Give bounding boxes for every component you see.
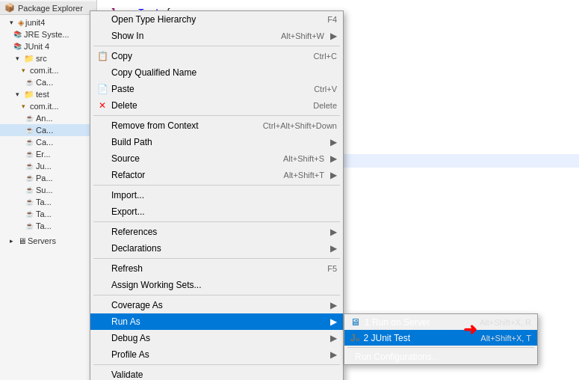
tree-item-com2[interactable]: ▾ com.it... [0,100,96,112]
servers-expand: ▸ [6,236,16,246]
menu-import[interactable]: Import... [90,187,343,203]
tree-item-ta3[interactable]: ☕ Ta... [0,220,96,232]
junit-icon: Jᵤ [350,332,359,343]
java-ta3-icon: ☕ [24,221,34,231]
submenu-run-on-server[interactable]: 🖥 1 Run on Server Alt+Shift+X, R [344,314,537,330]
tree-item-jre[interactable]: 📚 JRE Syste... [0,28,96,40]
menu-source[interactable]: Source Alt+Shift+S ▶ [90,150,343,167]
coverage-arrow: ▶ [330,300,337,310]
menu-remove-context[interactable]: Remove from Context Ctrl+Alt+Shift+Down [90,117,343,134]
copy-q-icon [96,67,108,79]
java-ta1-icon: ☕ [24,197,34,207]
tree-item-test[interactable]: ▾ 📁 test [0,88,96,100]
menu-export[interactable]: Export... [90,203,343,220]
menu-build-path[interactable]: Build Path ▶ [90,134,343,150]
test-folder-expand: ▾ [12,89,22,99]
lib-icon: 📚 [12,29,22,40]
tree-item-com1[interactable]: ▾ com.it... [0,64,96,76]
show-in-icon [96,30,108,42]
debug-as-icon [96,332,108,344]
menu-profile-as[interactable]: Profile As ▶ [90,346,343,363]
test-folder-icon: 📁 [24,90,34,99]
refactor-arrow: ▶ [330,170,337,180]
tree-item-junit4[interactable]: ▾ ◈ junit4 [0,16,96,28]
hierarchy-icon [96,13,108,25]
menu-references[interactable]: References ▶ [90,224,343,240]
menu-paste[interactable]: 📄 Paste Ctrl+V [90,81,343,97]
source-arrow: ▶ [330,153,337,164]
refresh-icon [96,263,108,275]
menu-debug-as[interactable]: Debug As ▶ [90,330,343,346]
menu-validate[interactable]: Validate [90,367,343,380]
references-arrow: ▶ [330,227,337,237]
menu-declarations[interactable]: Declarations ▶ [90,240,343,257]
separator-5 [93,258,340,259]
tree-item-ta2[interactable]: ☕ Ta... [0,208,96,220]
validate-icon [96,369,108,380]
expand-icon: ▾ [6,17,16,28]
menu-copy-qualified[interactable]: Copy Qualified Name [90,64,343,81]
server-icon: 🖥 [350,316,360,328]
debug-arrow: ▶ [330,333,337,343]
src-folder-icon: 📁 [24,54,34,64]
run-as-submenu: 🖥 1 Run on Server Alt+Shift+X, R Jᵤ 2 JU… [344,313,538,365]
menu-coverage-as[interactable]: Coverage As ▶ [90,297,343,313]
copy-icon: 📋 [96,50,108,62]
submenu-junit-test[interactable]: Jᵤ 2 JUnit Test Alt+Shift+X, T [344,330,537,346]
tree-item-ca2[interactable]: ☕ Ca... [0,136,96,148]
declarations-arrow: ▶ [330,243,337,254]
tree-item-an[interactable]: ☕ An... [0,112,96,124]
context-menu: Open Type Hierarchy F4 Show In Alt+Shift… [90,10,344,380]
menu-show-in[interactable]: Show In Alt+Shift+W ▶ [90,28,343,44]
separator-4 [93,221,340,222]
servers-icon: 🖥 [18,236,26,245]
separator-3 [93,185,340,186]
separator-1 [93,46,340,46]
build-path-icon [96,136,108,148]
java-su-icon: ☕ [24,185,34,195]
separator-6 [93,295,340,295]
working-sets-icon [96,279,108,291]
tree-item-pa[interactable]: ☕ Pa... [0,172,96,184]
package-explorer-panel: 📦 Package Explorer ▾ ◈ junit4 📚 JRE Syst… [0,0,97,380]
folder-icon: ▾ [12,53,22,64]
menu-refresh[interactable]: Refresh F5 [90,260,343,277]
tree-item-ca1[interactable]: ☕ Ca... [0,76,96,88]
submenu-run-configurations[interactable]: Run Configurations... [344,349,537,364]
separator-7 [93,364,340,365]
build-path-arrow: ▶ [330,137,337,147]
tree-item-junit4-lib[interactable]: 📚 JUnit 4 [0,40,96,52]
menu-run-as[interactable]: Run As ▶ 🖥 1 Run on Server Alt+Shift+X, … [90,313,343,330]
panel-title: 📦 Package Explorer [0,1,96,15]
tree-item-su[interactable]: ☕ Su... [0,184,96,196]
export-icon [96,206,108,218]
project-icon: ◈ [18,18,24,28]
references-icon [96,226,108,238]
refactor-icon [96,169,108,181]
tree-item-er[interactable]: ☕ Er... [0,148,96,160]
java-ju-icon: ☕ [24,161,34,171]
profile-arrow: ▶ [330,349,337,360]
coverage-icon [96,299,108,311]
delete-icon: ✕ [96,99,108,111]
menu-refactor[interactable]: Refactor Alt+Shift+T ▶ [90,167,343,183]
submenu-arrow: ▶ [330,31,337,41]
source-icon [96,153,108,165]
tree-item-ta1[interactable]: ☕ Ta... [0,196,96,208]
tree-item-ju[interactable]: ☕ Ju... [0,160,96,172]
paste-icon: 📄 [96,83,108,95]
tree-item-src[interactable]: ▾ 📁 src [0,52,96,64]
menu-assign-working-sets[interactable]: Assign Working Sets... [90,277,343,293]
menu-delete[interactable]: ✕ Delete Delete [90,97,343,114]
menu-open-type-hierarchy[interactable]: Open Type Hierarchy F4 [90,11,343,28]
tree-item-servers[interactable]: ▸ 🖥 Servers [0,235,96,247]
import-icon [96,189,108,201]
java-ta2-icon: ☕ [24,209,34,219]
tree-item-ca-selected[interactable]: ☕ Ca... [0,124,96,136]
menu-copy[interactable]: 📋 Copy Ctrl+C [90,48,343,64]
java-pa-icon: ☕ [24,173,34,183]
run-as-arrow: ▶ [330,316,337,327]
java-file-icon: ☕ [24,77,34,88]
remove-ctx-icon [96,120,108,132]
pkg-icon: ▾ [18,65,28,76]
